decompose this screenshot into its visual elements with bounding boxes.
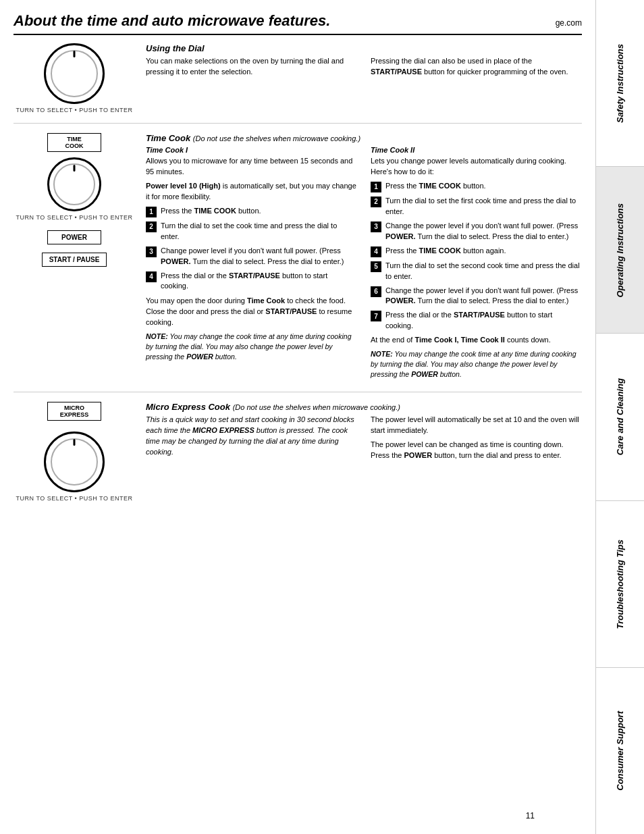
time-cook-1-heading: Time Cook I xyxy=(146,146,357,154)
step-num-tc2-1: 1 xyxy=(371,182,381,192)
micro-express-heading: Micro Express Cook (Do not use the shelv… xyxy=(146,402,582,412)
step-num-tc2-2: 2 xyxy=(371,197,381,207)
micro-express-col-right: The power level will automatically be se… xyxy=(371,415,582,465)
step-text-3: Change power level if you don't want ful… xyxy=(161,246,357,267)
time-cook-col-left: Time Cook I Allows you to microwave for … xyxy=(146,146,357,382)
step-tc1-1: 1 Press the TIME COOK button. xyxy=(146,206,357,217)
dial-mark-3 xyxy=(73,439,75,446)
page-number: 11 xyxy=(526,811,535,820)
step-text-1: Press the TIME COOK button. xyxy=(161,206,357,217)
time-cook-1-power: Power level 10 (High) is automatically s… xyxy=(146,181,357,203)
page-title: About the time and auto microwave featur… xyxy=(14,12,582,35)
step-num-1: 1 xyxy=(146,207,157,217)
sidebar-operating[interactable]: Operating Instructions xyxy=(596,167,644,334)
time-cook-note: (Do not use the shelves when microwave c… xyxy=(193,134,360,142)
micro-express-right-text-2: The power level can be changed as time i… xyxy=(371,440,582,461)
using-dial-section: TURN TO SELECT • PUSH TO ENTER Using the… xyxy=(14,43,582,113)
sidebar-safety[interactable]: Safety Instructions xyxy=(596,0,644,167)
dial-col-left: You can make selections on the oven by t… xyxy=(146,56,357,81)
main-content: About the time and auto microwave featur… xyxy=(0,0,595,834)
dial-mark-1 xyxy=(73,51,75,57)
dial-2[interactable] xyxy=(47,157,101,211)
step-tc2-5: 5 Turn the dial to set the second cook t… xyxy=(371,261,582,282)
step-num-tc2-6: 6 xyxy=(371,286,381,297)
step-text-4: Press the dial or the START/PAUSE button… xyxy=(161,271,357,292)
dial-label-2: TURN TO SELECT • PUSH TO ENTER xyxy=(16,214,133,221)
step-num-3: 3 xyxy=(146,246,157,257)
dial-container-1: TURN TO SELECT • PUSH TO ENTER xyxy=(16,43,133,113)
time-cook-left: TIMECOOK TURN TO SELECT • PUSH TO ENTER … xyxy=(14,133,135,382)
step-tc2-3: 3 Change the power level if you don't wa… xyxy=(371,221,582,242)
time-cook-1-intro: Allows you to microwave for any time bet… xyxy=(146,156,357,178)
using-dial-heading: Using the Dial xyxy=(146,43,582,53)
dial-label-1: TURN TO SELECT • PUSH TO ENTER xyxy=(16,107,133,113)
right-sidebar: Safety Instructions Operating Instructio… xyxy=(595,0,644,834)
dial-section-right: Using the Dial You can make selections o… xyxy=(146,43,582,113)
dial-container-3: TURN TO SELECT • PUSH TO ENTER xyxy=(16,426,133,502)
dial-container-2: TURN TO SELECT • PUSH TO ENTER xyxy=(16,157,133,221)
step-num-tc2-4: 4 xyxy=(371,246,381,257)
step-num-tc2-7: 7 xyxy=(371,311,381,321)
step-tc2-2: 2 Turn the dial to set the first cook ti… xyxy=(371,196,582,217)
step-tc2-1: 1 Press the TIME COOK button. xyxy=(371,181,582,192)
step-tc1-2: 2 Turn the dial to set the cook time and… xyxy=(146,221,357,242)
time-cook-2-heading: Time Cook II xyxy=(371,146,582,154)
step-text-tc2-1: Press the TIME COOK button. xyxy=(385,181,582,192)
micro-express-right: Micro Express Cook (Do not use the shelv… xyxy=(146,402,582,502)
dial-col-right: Pressing the dial can also be used in pl… xyxy=(371,56,582,81)
sidebar-troubleshooting-label: Troubleshooting Tips xyxy=(615,540,626,629)
start-pause-button[interactable]: START / PAUSE xyxy=(42,253,107,267)
step-num-tc2-3: 3 xyxy=(371,221,381,232)
step-tc1-4: 4 Press the dial or the START/PAUSE butt… xyxy=(146,271,357,292)
sidebar-care[interactable]: Care and Cleaning xyxy=(596,334,644,500)
step-text-tc2-7: Press the dial or the START/PAUSE button… xyxy=(385,310,582,332)
dial-right-text: Pressing the dial can also be used in pl… xyxy=(371,56,582,78)
step-text-tc2-6: Change the power level if you don't want… xyxy=(385,286,582,307)
micro-express-left-text: This is a quick way to set and start coo… xyxy=(146,415,357,458)
step-tc2-6: 6 Change the power level if you don't wa… xyxy=(371,286,582,307)
time-cook-col-right: Time Cook II Lets you change power level… xyxy=(371,146,582,382)
dial-label-3: TURN TO SELECT • PUSH TO ENTER xyxy=(16,495,133,502)
sidebar-consumer-label: Consumer Support xyxy=(615,711,626,791)
dial-mark-2 xyxy=(73,165,75,172)
step-text-tc2-4: Press the TIME COOK button again. xyxy=(385,246,582,257)
sidebar-safety-label: Safety Instructions xyxy=(615,44,626,123)
time-cook-right: Time Cook (Do not use the shelves when m… xyxy=(146,133,582,382)
time-cook-button[interactable]: TIMECOOK xyxy=(47,133,101,152)
micro-express-right-text-1: The power level will automatically be se… xyxy=(371,415,582,436)
page-wrapper: About the time and auto microwave featur… xyxy=(0,0,644,834)
micro-express-button[interactable]: MICROEXPRESS xyxy=(47,402,101,421)
title-text: About the time and auto microwave featur… xyxy=(14,12,330,30)
dial-left-text: You can make selections on the oven by t… xyxy=(146,56,357,78)
ge-com: ge.com xyxy=(556,18,582,28)
dial-section-left: TURN TO SELECT • PUSH TO ENTER xyxy=(14,43,135,113)
micro-express-note: (Do not use the shelves when microwave c… xyxy=(233,403,400,411)
step-tc2-7: 7 Press the dial or the START/PAUSE butt… xyxy=(371,310,582,332)
sidebar-operating-label: Operating Instructions xyxy=(615,203,626,297)
step-text-tc2-2: Turn the dial to set the first cook time… xyxy=(385,196,582,217)
step-tc2-4: 4 Press the TIME COOK button again. xyxy=(371,246,582,257)
tc2-note: NOTE: You may change the cook time at an… xyxy=(371,349,582,379)
door-note: You may open the door during Time Cook t… xyxy=(146,296,357,328)
time-cook-2-intro: Lets you change power levels automatical… xyxy=(371,156,582,178)
sidebar-care-label: Care and Cleaning xyxy=(615,378,626,455)
dial-1[interactable] xyxy=(44,43,105,104)
tc2-countdown: At the end of Time Cook I, Time Cook II … xyxy=(371,335,582,346)
dial-3[interactable] xyxy=(44,432,105,492)
sidebar-consumer[interactable]: Consumer Support xyxy=(596,668,644,834)
power-button[interactable]: POWER xyxy=(47,230,101,244)
dial-two-col: You can make selections on the oven by t… xyxy=(146,56,582,81)
step-text-tc2-5: Turn the dial to set the second cook tim… xyxy=(385,261,582,282)
micro-express-two-col: This is a quick way to set and start coo… xyxy=(146,415,582,465)
sidebar-troubleshooting[interactable]: Troubleshooting Tips xyxy=(596,501,644,668)
step-text-tc2-3: Change the power level if you don't want… xyxy=(385,221,582,242)
step-num-4: 4 xyxy=(146,271,157,282)
tc1-note: NOTE: You may change the cook time at an… xyxy=(146,332,357,361)
micro-express-left: MICROEXPRESS TURN TO SELECT • PUSH TO EN… xyxy=(14,402,135,502)
time-cook-section: TIMECOOK TURN TO SELECT • PUSH TO ENTER … xyxy=(14,133,582,382)
step-num-tc2-5: 5 xyxy=(371,261,381,272)
time-cook-two-col: Time Cook I Allows you to microwave for … xyxy=(146,146,582,382)
micro-express-section: MICROEXPRESS TURN TO SELECT • PUSH TO EN… xyxy=(14,402,582,502)
step-num-2: 2 xyxy=(146,221,157,232)
step-tc1-3: 3 Change power level if you don't want f… xyxy=(146,246,357,267)
